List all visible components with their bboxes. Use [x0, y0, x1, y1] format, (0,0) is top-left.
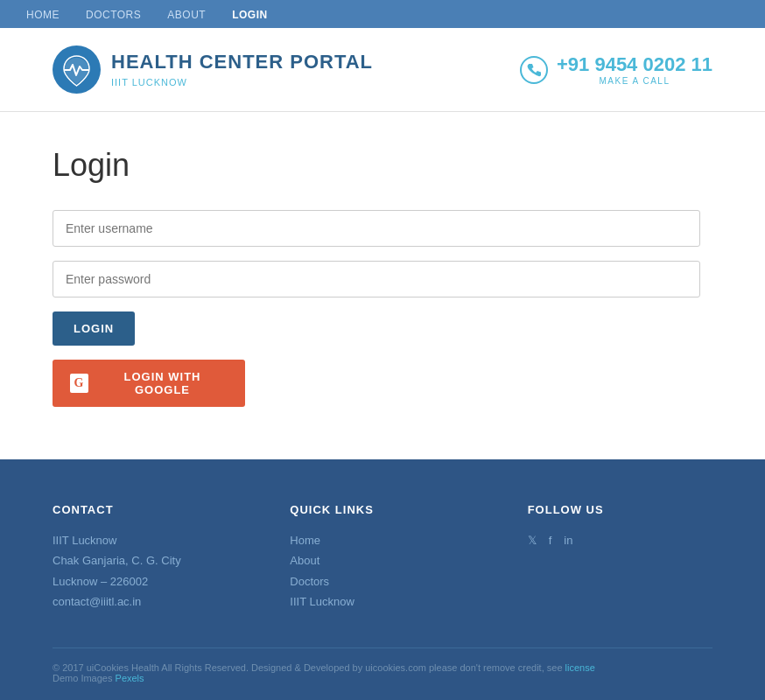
logo-text: HEALTH CENTER PORTAL IIIT LUCKNOW — [111, 51, 373, 89]
contact-heading: CONTACT — [53, 503, 237, 516]
contact-email[interactable]: contact@iiitl.ac.in — [53, 592, 237, 612]
login-button[interactable]: LOGIN — [53, 312, 135, 346]
nav-about[interactable]: ABOUT — [167, 9, 206, 21]
follow-us-heading: FOLLOW US — [528, 503, 712, 516]
nav-home[interactable]: HOME — [26, 9, 60, 21]
quick-links-heading: QUICK LINKS — [290, 503, 474, 516]
footer-columns: CONTACT IIIT Lucknow Chak Ganjaria, C. G… — [53, 503, 712, 612]
quick-link-about[interactable]: About — [290, 550, 474, 570]
google-icon: G — [70, 374, 88, 393]
navbar: HOME DOCTORS ABOUT LOGIN — [0, 0, 765, 28]
copyright-text: © 2017 uiCookies Health All Rights Reser… — [53, 662, 712, 673]
demo-images-text: Demo Images Pexels — [53, 673, 712, 683]
site-subtitle: IIIT LUCKNOW — [111, 77, 187, 88]
main-content: Login LOGIN G LOGIN WITH GOOGLE — [0, 112, 765, 459]
facebook-icon[interactable]: f — [549, 530, 552, 550]
footer-contact: CONTACT IIIT Lucknow Chak Ganjaria, C. G… — [53, 503, 237, 612]
social-icons: 𝕏 f in — [528, 530, 712, 550]
license-link[interactable]: license — [565, 662, 595, 673]
google-button-label: LOGIN WITH GOOGLE — [97, 370, 228, 396]
username-input[interactable] — [53, 210, 700, 247]
footer-quick-links: QUICK LINKS Home About Doctors IIIT Luck… — [290, 503, 474, 612]
page-title: Login — [53, 147, 712, 184]
phone-area: +91 9454 0202 11 MAKE A CALL — [520, 53, 712, 86]
quick-link-doctors[interactable]: Doctors — [290, 571, 474, 592]
footer: CONTACT IIIT Lucknow Chak Ganjaria, C. G… — [0, 459, 765, 700]
contact-line3: Lucknow – 226002 — [53, 571, 237, 592]
linkedin-icon[interactable]: in — [564, 530, 572, 550]
quick-link-home[interactable]: Home — [290, 530, 474, 550]
username-group — [53, 210, 712, 247]
logo-area: HEALTH CENTER PORTAL IIIT LUCKNOW — [53, 46, 373, 94]
site-header: HEALTH CENTER PORTAL IIIT LUCKNOW +91 94… — [0, 28, 765, 111]
logo-icon — [53, 46, 101, 94]
nav-doctors[interactable]: DOCTORS — [86, 9, 141, 21]
phone-text: +91 9454 0202 11 MAKE A CALL — [557, 53, 712, 86]
contact-line1[interactable]: IIIT Lucknow — [53, 530, 237, 550]
footer-follow-us: FOLLOW US 𝕏 f in — [528, 503, 712, 612]
site-title: HEALTH CENTER PORTAL — [111, 51, 373, 74]
quick-link-iiit[interactable]: IIIT Lucknow — [290, 592, 474, 612]
footer-bottom: © 2017 uiCookies Health All Rights Reser… — [53, 648, 712, 683]
twitter-icon[interactable]: 𝕏 — [528, 530, 537, 550]
nav-login[interactable]: LOGIN — [232, 9, 268, 21]
google-login-button[interactable]: G LOGIN WITH GOOGLE — [53, 360, 245, 407]
password-input[interactable] — [53, 261, 700, 298]
pexels-link[interactable]: Pexels — [116, 673, 144, 683]
nav-links: HOME DOCTORS ABOUT LOGIN — [26, 6, 268, 22]
contact-line2: Chak Ganjaria, C. G. City — [53, 550, 237, 570]
phone-icon — [520, 56, 548, 84]
phone-label: MAKE A CALL — [557, 76, 712, 86]
phone-number: +91 9454 0202 11 — [557, 53, 712, 76]
password-group — [53, 261, 712, 298]
